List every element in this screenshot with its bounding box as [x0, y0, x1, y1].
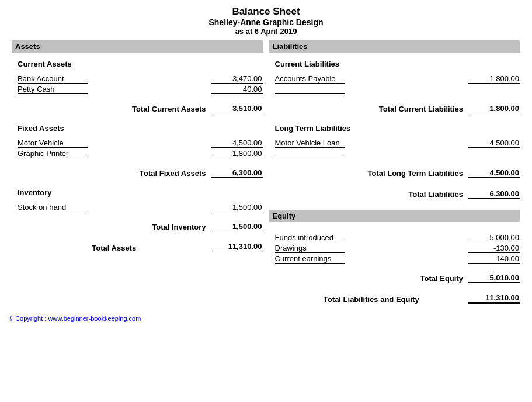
total-inventory-amount: 1,500.00: [211, 222, 263, 231]
total-fixed-assets-amount: 6,300.00: [211, 168, 263, 178]
total-current-assets-amount: 3,510.00: [211, 104, 263, 113]
list-item: [269, 84, 521, 95]
stock-on-hand-amount: 1,500.00: [211, 203, 263, 212]
ltl-underline: [275, 149, 468, 158]
copyright: © Copyright : www.beginner-bookkeeping.c…: [9, 315, 523, 322]
petty-cash-label: Petty Cash: [18, 85, 211, 94]
total-long-term-liabilities-amount: 4,500.00: [468, 168, 520, 178]
total-current-liabilities-label: Total Current Liabilities: [275, 105, 468, 113]
total-liabilities-row: Total Liabilities 6,300.00: [269, 187, 521, 201]
fixed-assets-header: Fixed Assets: [12, 122, 263, 135]
total-assets-amount: 11,310.00: [211, 242, 263, 252]
total-liabilities-amount: 6,300.00: [468, 189, 520, 199]
list-item: Bank Account 3,470.00: [12, 74, 263, 84]
accounts-payable-label: Accounts Payable: [275, 74, 468, 84]
list-item: Accounts Payable 1,800.00: [269, 74, 521, 84]
total-assets-row: Total Assets 11,310.00: [12, 240, 263, 255]
total-liabilities-equity-label: Total Liabilities and Equity: [275, 295, 468, 304]
drawings-amount: -130.00: [468, 244, 520, 253]
motor-vehicle-loan-amount: 4,500.00: [468, 138, 520, 148]
list-item: Current earnings 140.00: [269, 254, 521, 264]
total-current-liabilities-row: Total Current Liabilities 1,800.00: [269, 102, 521, 116]
bank-account-amount: 3,470.00: [211, 74, 263, 84]
total-current-assets-label: Total Current Assets: [18, 105, 211, 113]
list-item: Petty Cash 40.00: [12, 84, 263, 95]
total-equity-row: Total Equity 5,010.00: [269, 271, 521, 285]
funds-introduced-label: Funds introduced: [275, 233, 468, 242]
assets-column: Assets Current Assets Bank Account 3,470…: [9, 40, 266, 306]
total-liabilities-label: Total Liabilities: [275, 190, 468, 199]
motor-vehicle-label: Motor Vehicle: [18, 138, 211, 148]
page-title: Balance Sheet Shelley-Anne Graphic Desig…: [9, 6, 523, 36]
total-liabilities-equity-amount: 11,310.00: [468, 293, 520, 304]
total-current-assets-row: Total Current Assets 3,510.00: [12, 102, 263, 116]
equity-section: Equity Funds introduced 5,000.00 Drawing…: [269, 210, 521, 306]
title-line3: as at 6 April 2019: [9, 27, 523, 36]
list-item: [269, 148, 521, 159]
assets-header: Assets: [12, 40, 263, 53]
total-inventory-row: Total Inventory 1,500.00: [12, 220, 263, 234]
graphic-printer-amount: 1,800.00: [211, 149, 263, 158]
accounts-payable-underline: [275, 85, 468, 94]
funds-introduced-amount: 5,000.00: [468, 233, 520, 242]
bank-account-label: Bank Account: [18, 74, 211, 84]
inventory-header: Inventory: [12, 186, 263, 199]
total-fixed-assets-label: Total Fixed Assets: [18, 169, 211, 178]
long-term-liabilities-header: Long Term Liabilities: [269, 122, 521, 135]
total-liabilities-equity-row: Total Liabilities and Equity 11,310.00: [269, 291, 521, 306]
total-inventory-label: Total Inventory: [18, 223, 211, 231]
motor-vehicle-amount: 4,500.00: [211, 138, 263, 148]
total-equity-amount: 5,010.00: [468, 273, 520, 283]
current-earnings-label: Current earnings: [275, 254, 468, 264]
drawings-label: Drawings: [275, 244, 468, 253]
petty-cash-amount: 40.00: [211, 85, 263, 94]
list-item: Stock on hand 1,500.00: [12, 202, 263, 213]
list-item: Motor Vehicle 4,500.00: [12, 138, 263, 148]
total-long-term-liabilities-label: Total Long Term Liabilities: [275, 169, 468, 178]
title-line2: Shelley-Anne Graphic Design: [9, 18, 523, 27]
total-current-liabilities-amount: 1,800.00: [468, 104, 520, 113]
accounts-payable-amount: 1,800.00: [468, 74, 520, 84]
current-assets-header: Current Assets: [12, 57, 263, 71]
total-fixed-assets-row: Total Fixed Assets 6,300.00: [12, 166, 263, 180]
total-equity-label: Total Equity: [275, 274, 468, 283]
list-item: Motor Vehicle Loan 4,500.00: [269, 138, 521, 148]
current-earnings-amount: 140.00: [468, 254, 520, 264]
equity-header: Equity: [269, 210, 521, 222]
list-item: Funds introduced 5,000.00: [269, 233, 521, 243]
balance-sheet-table: Assets Current Assets Bank Account 3,470…: [9, 40, 523, 306]
list-item: Graphic Printer 1,800.00: [12, 148, 263, 159]
total-long-term-liabilities-row: Total Long Term Liabilities 4,500.00: [269, 166, 521, 180]
list-item: Drawings -130.00: [269, 243, 521, 254]
current-liabilities-header: Current Liabilities: [269, 57, 521, 71]
stock-on-hand-label: Stock on hand: [18, 203, 211, 212]
graphic-printer-label: Graphic Printer: [18, 149, 211, 158]
liabilities-equity-column: Liabilities Current Liabilities Accounts…: [266, 40, 524, 306]
motor-vehicle-loan-label: Motor Vehicle Loan: [275, 138, 468, 148]
title-line1: Balance Sheet: [9, 6, 523, 18]
total-assets-label: Total Assets: [18, 244, 211, 252]
liabilities-header: Liabilities: [269, 40, 521, 53]
